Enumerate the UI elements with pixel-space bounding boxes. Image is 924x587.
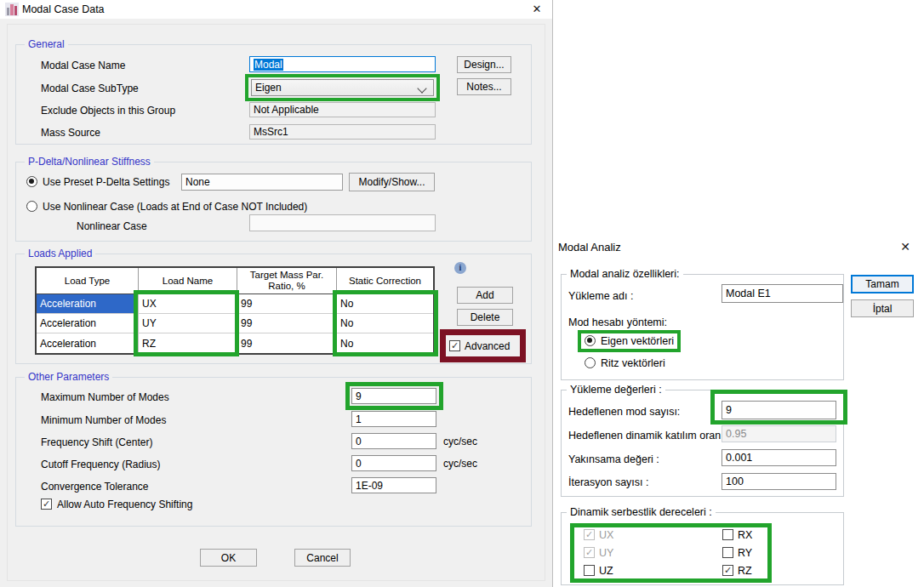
frequency-shift-unit: cyc/sec [443,436,477,447]
screenshot-root: Modal Case Data ✕ General Modal Case Nam… [0,0,924,587]
table-cell[interactable]: UX [139,294,237,314]
ry-checkbox[interactable] [722,547,733,558]
table-cell[interactable]: Acceleration [37,314,139,333]
cutoff-frequency-label: Cutoff Frequency (Radius) [41,459,161,470]
analiz-ozellikleri-group-label: Modal analiz özellikleri: [567,268,683,280]
modal-case-name-value: Modal [254,59,283,71]
modify-show-button[interactable]: Modify/Show... [349,173,435,191]
other-parameters-group-label: Other Parameters [25,371,112,383]
advanced-checkbox[interactable]: ✓ [449,340,460,351]
yakinsama-degeri-input[interactable]: 0.001 [722,449,836,466]
iterasyon-sayisi-label: İterasyon sayısı : [568,476,648,489]
col-header-load-name: Load Name [139,268,237,294]
table-cell[interactable]: UY [139,314,237,333]
ux-checkbox: ✓ [584,529,595,540]
table-cell[interactable]: Acceleration [37,333,139,353]
col-header-static-correction: Static Correction [337,268,433,294]
min-modes-label: Minimum Number of Modes [41,414,166,426]
mod-hesabi-yontemi-label: Mod hesabı yöntemi: [568,316,667,329]
yakinsama-degeri-label: Yakınsama değeri : [568,453,659,466]
modal-case-subtype-label: Modal Case SubType [41,83,139,94]
modal-case-data-dialog: Modal Case Data ✕ General Modal Case Nam… [0,0,553,587]
general-group-label: General [25,38,68,50]
yukleme-adi-input[interactable]: Modal E1 [722,284,843,303]
cancel-button[interactable]: Cancel [294,549,351,567]
dialog-title: Modal Analiz [558,241,621,254]
uy-checkbox: ✓ [584,547,595,558]
uy-checkbox-label: UY [599,547,613,560]
design-button[interactable]: Design... [457,56,511,73]
table-cell[interactable]: Acceleration [37,294,139,314]
rz-checkbox[interactable]: ✓ [722,565,733,576]
auto-frequency-shifting-checkbox[interactable]: ✓ [41,499,52,510]
delete-button[interactable]: Delete [457,309,513,326]
loads-table: Load Type Load Name Target Mass Par.Rati… [35,266,435,355]
eigen-vektorleri-radio[interactable] [585,335,596,346]
cutoff-frequency-unit: cyc/sec [443,458,477,470]
dinamik-serbestlik-group-label: Dinamik serbestlik dereceleri : [567,506,716,518]
modal-case-subtype-value: Eigen [255,82,282,94]
hedeflenen-mod-sayisi-input[interactable]: 9 [722,401,836,419]
ux-checkbox-label: UX [599,529,613,542]
preset-pdelta-field: None [181,174,343,191]
rz-checkbox-label: RZ [738,565,752,578]
iptal-button[interactable]: İptal [851,299,914,317]
frequency-shift-input[interactable]: 0 [351,433,436,449]
ritz-vektorleri-radio[interactable] [585,357,596,368]
hedeflenen-mod-sayisi-label: Hedeflenen mod sayısı: [568,406,680,419]
advanced-checkbox-label: Advanced [465,340,510,352]
convergence-tolerance-input[interactable]: 1E-09 [351,477,436,493]
pdelta-group-label: P-Delta/Nonlinear Stiffness [25,156,154,168]
yukleme-degerleri-group-label: Yükleme değerleri : [567,384,665,396]
table-cell[interactable]: 99 [237,314,337,333]
rx-checkbox-label: RX [738,529,752,542]
nonlinear-case-radio-label: Use Nonlinear Case (Loads at End of Case… [43,201,307,213]
dialog-title: Modal Case Data [22,3,105,15]
modal-case-name-label: Modal Case Name [41,60,125,71]
tamam-button[interactable]: Tamam [851,275,914,294]
modal-case-subtype-select[interactable]: Eigen [251,79,434,96]
iterasyon-sayisi-input[interactable]: 100 [722,473,836,490]
table-cell[interactable]: No [337,294,433,314]
nonlinear-case-label: Nonlinear Case [77,220,147,232]
table-cell[interactable]: No [337,333,433,353]
dinamik-katilim-orani-label: Hedeflenen dinamik katılım oranı : [568,430,730,442]
ok-button[interactable]: OK [200,549,257,567]
app-icon [5,3,19,16]
ry-checkbox-label: RY [738,547,752,560]
notes-button[interactable]: Notes... [457,78,511,95]
rx-checkbox[interactable] [722,529,733,540]
modal-case-name-input[interactable]: Modal [249,56,436,72]
exclude-objects-label: Exclude Objects in this Group [41,105,175,117]
add-button[interactable]: Add [457,287,513,304]
modal-analiz-dialog: Modal Analiz ✕ Modal analiz özellikleri:… [553,234,924,587]
table-cell[interactable]: 99 [237,294,337,314]
max-modes-input[interactable]: 9 [351,388,436,404]
preset-pdelta-radio[interactable] [26,176,37,187]
eigen-vektorleri-radio-label: Eigen vektörleri [601,335,674,348]
ritz-vektorleri-radio-label: Ritz vektörleri [601,357,665,370]
info-icon[interactable]: i [454,262,466,274]
table-cell[interactable]: 99 [237,333,337,353]
max-modes-label: Maximum Number of Modes [41,391,169,403]
dinamik-katilim-orani-field: 0.95 [722,425,836,442]
min-modes-input[interactable]: 1 [351,411,436,427]
uz-checkbox-label: UZ [599,565,613,578]
col-header-load-type: Load Type [37,268,139,294]
table-cell[interactable]: No [337,314,433,333]
preset-pdelta-radio-label: Use Preset P-Delta Settings [43,176,169,188]
cutoff-frequency-input[interactable]: 0 [351,455,436,471]
uz-checkbox[interactable] [584,565,595,576]
convergence-tolerance-label: Convergence Tolerance [41,481,149,493]
frequency-shift-label: Frequency Shift (Center) [41,436,152,448]
exclude-objects-field: Not Applicable [249,102,436,117]
nonlinear-case-radio[interactable] [26,201,37,212]
close-icon[interactable]: ✕ [895,237,915,256]
mass-source-field: MsSrc1 [249,124,436,140]
titlebar: Modal Case Data ✕ [0,0,552,19]
close-icon[interactable]: ✕ [522,0,552,19]
table-cell[interactable]: RZ [139,333,237,353]
col-header-target-mass: Target Mass Par.Ratio, % [237,268,337,294]
mass-source-label: Mass Source [41,127,100,139]
auto-frequency-shifting-label: Allow Auto Frequency Shifting [57,499,192,510]
